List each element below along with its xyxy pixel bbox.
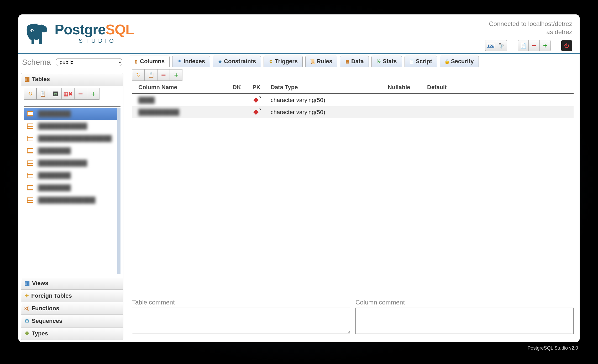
app-window: PostgreSQL STUDIO Connected to localhost… <box>18 14 580 342</box>
table-name: ████████ <box>38 110 71 117</box>
refresh-tables-button[interactable]: ↻ <box>24 88 36 100</box>
table-icon <box>27 160 33 166</box>
column-comment-label: Column comment <box>355 299 574 306</box>
section-functions[interactable]: x() Functions <box>21 302 123 315</box>
grid-row[interactable]: ████character varying(50) <box>132 94 574 106</box>
table-icon <box>27 197 33 203</box>
header: PostgreSQL STUDIO Connected to localhost… <box>18 14 580 54</box>
main-panel: ▯Columns👁Indexes◆Constraints⚙Triggers📜Ru… <box>126 54 580 342</box>
table-icon <box>27 148 33 153</box>
connection-line2: as detrez <box>485 28 572 36</box>
section-types[interactable]: ❖ Types <box>21 327 123 340</box>
cell-type: character varying(50) <box>267 97 388 104</box>
table-item[interactable]: ████████ <box>24 182 117 194</box>
copy-icon: 📋 <box>148 72 154 78</box>
col-header-type[interactable]: Data Type <box>267 84 388 91</box>
col-header-nullable[interactable]: Nullable <box>388 84 427 91</box>
cell-pk <box>246 97 267 104</box>
foreign-tables-icon: ✦ <box>24 292 29 299</box>
tab-columns[interactable]: ▯Columns <box>129 56 170 67</box>
create-table-button[interactable]: + <box>87 88 99 100</box>
table-item[interactable]: ██████████████████ <box>24 132 117 145</box>
schema-label: Schema <box>22 58 51 67</box>
table-item[interactable]: ████████ <box>24 145 117 157</box>
connection-info: Connected to localhost/detrez as detrez <box>485 20 572 36</box>
section-sequences[interactable]: ⚙ Sequences <box>21 315 123 327</box>
table-item[interactable]: ████████ <box>24 169 117 182</box>
cell-default <box>427 97 574 104</box>
add-button[interactable]: + <box>540 40 551 51</box>
tab-security[interactable]: 🔒Security <box>440 56 479 67</box>
tab-rules[interactable]: 📜Rules <box>305 56 337 67</box>
grid-row[interactable]: ██████████character varying(50) <box>132 106 574 118</box>
table-name: ████████ <box>38 147 71 154</box>
sql-icon: SQL <box>487 44 495 48</box>
header-right: Connected to localhost/detrez as detrez … <box>485 20 572 51</box>
pk-icon <box>254 97 259 103</box>
new-item-button[interactable]: 📄 <box>518 40 529 51</box>
new-doc-icon: 📄 <box>520 42 527 49</box>
tab-icon: ▯ <box>134 59 138 64</box>
rename-column-button[interactable]: 📋 <box>145 69 157 81</box>
tab-icon: 🔒 <box>445 59 449 64</box>
schema-select[interactable]: public <box>56 58 122 66</box>
tab-script[interactable]: 📄Script <box>405 56 437 67</box>
cell-name: ████ <box>138 97 155 103</box>
tab-icon: ◆ <box>218 59 222 64</box>
drop-table-button[interactable]: − <box>74 88 87 100</box>
tab-label: Script <box>416 58 432 65</box>
minus-icon: − <box>532 41 537 50</box>
refresh-columns-button[interactable]: ↻ <box>132 69 145 81</box>
drop-column-button[interactable]: − <box>157 69 170 81</box>
search-button[interactable]: 🔭 <box>496 40 507 51</box>
cell-nullable <box>388 109 427 116</box>
copy-table-button[interactable]: 📋 <box>36 88 49 100</box>
tables-icon: ▦ <box>24 76 30 83</box>
analyze-table-button[interactable]: ▦ <box>49 88 62 100</box>
minus-icon: − <box>78 89 83 98</box>
sql-worksheet-button[interactable]: SQL <box>485 40 496 51</box>
add-column-button[interactable]: + <box>170 69 182 81</box>
table-name: ██████████████ <box>38 197 95 204</box>
section-tables[interactable]: ▦ Tables <box>21 73 123 85</box>
truncate-icon: ▦✖ <box>63 91 73 97</box>
table-item[interactable]: ██████████████ <box>24 194 117 206</box>
truncate-table-button[interactable]: ▦✖ <box>62 88 74 100</box>
table-comment-label: Table comment <box>132 299 350 306</box>
plus-icon: + <box>174 71 178 79</box>
col-header-dk[interactable]: DK <box>228 84 246 91</box>
cell-pk <box>246 109 267 116</box>
calc-icon: ▦ <box>53 92 58 96</box>
table-list[interactable]: ████████████████████████████████████████… <box>24 108 120 274</box>
tab-data[interactable]: ▦Data <box>340 56 369 67</box>
column-comment-input[interactable] <box>355 308 574 334</box>
disconnect-button[interactable]: ⏻ <box>561 40 572 51</box>
tab-label: Stats <box>383 58 397 65</box>
section-label: Views <box>32 280 48 287</box>
table-icon <box>27 173 33 178</box>
tab-triggers[interactable]: ⚙Triggers <box>264 56 303 67</box>
svg-point-1 <box>32 30 33 32</box>
power-icon: ⏻ <box>564 43 569 49</box>
cell-dk <box>228 109 246 116</box>
tab-indexes[interactable]: 👁Indexes <box>172 56 210 67</box>
section-views[interactable]: ▦ Views <box>21 277 123 290</box>
tab-icon: % <box>376 59 381 64</box>
functions-icon: x() <box>24 306 30 311</box>
tab-label: Indexes <box>183 58 205 65</box>
col-header-default[interactable]: Default <box>427 84 574 91</box>
table-item[interactable]: ████████████ <box>24 157 117 169</box>
tab-stats[interactable]: %Stats <box>371 56 402 67</box>
table-item[interactable]: ████████ <box>24 108 117 120</box>
table-item[interactable]: ████████████ <box>24 120 117 132</box>
plus-icon: + <box>543 42 547 50</box>
col-header-pk[interactable]: PK <box>246 84 267 91</box>
col-header-name[interactable]: Column Name <box>133 84 228 91</box>
footer-version: PostgreSQL Studio v2.0 <box>18 342 580 351</box>
tab-constraints[interactable]: ◆Constraints <box>213 56 261 67</box>
table-icon <box>27 185 33 190</box>
refresh-icon: ↻ <box>136 72 141 78</box>
table-comment-input[interactable] <box>132 308 350 334</box>
section-foreign-tables[interactable]: ✦ Foreign Tables <box>21 290 123 302</box>
remove-button[interactable]: − <box>529 40 540 51</box>
